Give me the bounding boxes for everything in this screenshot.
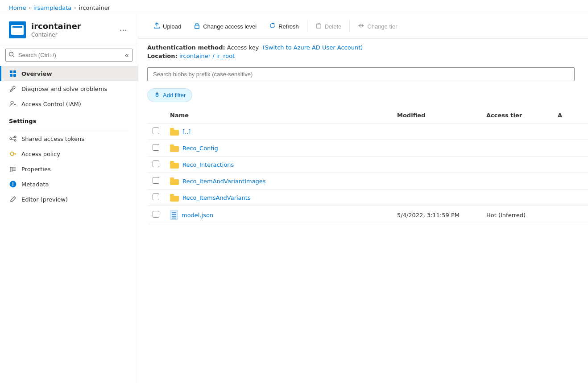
- file-tier: [481, 124, 552, 140]
- table-row: model.json5/4/2022, 3:11:59 PMHot (Infer…: [147, 206, 588, 224]
- table-row: Reco_ItemAndVariantImages: [147, 173, 588, 189]
- change-access-label: Change access level: [203, 23, 257, 30]
- upload-icon: [153, 22, 160, 30]
- change-tier-button[interactable]: Change tier: [352, 19, 403, 34]
- file-tier: [481, 140, 552, 156]
- file-extra: [552, 140, 588, 156]
- table-row: Reco_Interactions: [147, 156, 588, 173]
- svg-point-0: [9, 52, 13, 56]
- file-modified: [392, 173, 481, 189]
- metadata-icon: i: [9, 180, 17, 188]
- file-name[interactable]: Reco_Config: [182, 145, 218, 152]
- file-name[interactable]: Reco_ItemsAndVariants: [182, 194, 251, 201]
- more-button[interactable]: ...: [118, 21, 129, 34]
- sidebar-item-editor[interactable]: Editor (preview): [0, 192, 138, 207]
- folder-icon: [170, 177, 179, 185]
- svg-point-6: [11, 101, 13, 104]
- file-tier: [481, 156, 552, 173]
- toolbar-separator2: [349, 20, 350, 33]
- header-extra: A: [552, 107, 588, 124]
- folder-icon: [170, 194, 179, 202]
- breadcrumb-sep2: ›: [74, 5, 76, 11]
- file-name[interactable]: model.json: [182, 212, 213, 218]
- sidebar-title: ircontainer: [31, 21, 112, 31]
- header-modified: Modified: [392, 107, 481, 124]
- row-checkbox[interactable]: [153, 194, 159, 200]
- access-policy-label: Access policy: [21, 151, 60, 157]
- blob-search-input[interactable]: [147, 67, 575, 81]
- upload-button[interactable]: Upload: [147, 19, 187, 34]
- file-name[interactable]: Reco_ItemAndVariantImages: [182, 178, 266, 185]
- filter-icon: [154, 91, 160, 99]
- upload-label: Upload: [163, 23, 181, 30]
- row-checkbox[interactable]: [153, 144, 159, 151]
- header-tier: Access tier: [481, 107, 552, 124]
- add-filter-button[interactable]: Add filter: [147, 88, 192, 102]
- table-row: Reco_Config: [147, 140, 588, 156]
- change-tier-label: Change tier: [367, 23, 397, 30]
- svg-rect-4: [10, 74, 12, 77]
- row-checkbox[interactable]: [153, 161, 159, 167]
- folder-icon: [170, 161, 179, 169]
- add-filter-label: Add filter: [163, 92, 186, 99]
- svg-point-12: [10, 152, 14, 156]
- sidebar-item-properties[interactable]: Properties: [0, 161, 138, 177]
- sidebar-item-diagnose[interactable]: Diagnose and solve problems: [0, 81, 138, 96]
- folder-icon: [170, 144, 179, 152]
- svg-rect-2: [10, 70, 12, 73]
- delete-icon: [315, 22, 322, 30]
- svg-point-8: [14, 136, 16, 138]
- delete-label: Delete: [325, 23, 342, 30]
- svg-line-11: [12, 139, 14, 140]
- breadcrumb-home[interactable]: Home: [9, 4, 26, 11]
- row-checkbox[interactable]: [153, 177, 159, 184]
- file-name[interactable]: [..]: [182, 128, 190, 135]
- switch-auth-link[interactable]: (Switch to Azure AD User Account): [262, 44, 363, 51]
- file-name[interactable]: Reco_Interactions: [182, 161, 234, 168]
- row-checkbox[interactable]: [153, 211, 159, 218]
- sidebar-item-iam[interactable]: Access Control (IAM): [0, 96, 138, 111]
- breadcrumb-current: ircontainer: [79, 4, 110, 11]
- svg-rect-3: [13, 70, 16, 73]
- search-input[interactable]: [5, 49, 133, 62]
- sidebar-item-overview[interactable]: Overview: [0, 66, 138, 81]
- file-extra: [552, 206, 588, 224]
- sidebar-item-shared-access[interactable]: Shared access tokens: [0, 131, 138, 146]
- overview-icon: [9, 70, 17, 78]
- diagnose-label: Diagnose and solve problems: [21, 86, 107, 92]
- breadcrumb-parent[interactable]: irsampledata: [33, 4, 72, 11]
- svg-line-10: [12, 137, 14, 138]
- header-name: Name: [165, 107, 392, 124]
- svg-rect-5: [13, 74, 16, 77]
- auth-label: Authentication method:: [147, 44, 225, 51]
- file-tier: Hot (Inferred): [481, 206, 552, 224]
- change-access-button[interactable]: Change access level: [187, 19, 263, 34]
- container-icon: [9, 21, 26, 38]
- sidebar-item-metadata[interactable]: i Metadata: [0, 177, 138, 192]
- sidebar-item-access-policy[interactable]: Access policy: [0, 146, 138, 161]
- toolbar-separator1: [307, 20, 307, 33]
- file-extra: [552, 156, 588, 173]
- delete-button[interactable]: Delete: [309, 19, 348, 34]
- iam-label: Access Control (IAM): [21, 101, 81, 107]
- breadcrumb-sep1: ›: [29, 5, 30, 11]
- table-row: [..]: [147, 124, 588, 140]
- metadata-label: Metadata: [21, 181, 49, 188]
- file-extra: [552, 124, 588, 140]
- file-icon: [170, 210, 178, 220]
- collapse-sidebar-button[interactable]: «: [122, 50, 132, 60]
- refresh-label: Refresh: [278, 23, 299, 30]
- svg-rect-24: [317, 24, 321, 28]
- properties-icon: [9, 165, 17, 173]
- svg-line-1: [13, 56, 15, 58]
- refresh-icon: [269, 22, 276, 30]
- svg-text:i: i: [12, 182, 13, 187]
- refresh-button[interactable]: Refresh: [263, 19, 305, 34]
- iam-icon: [9, 100, 17, 108]
- properties-label: Properties: [21, 166, 51, 173]
- table-row: Reco_ItemsAndVariants: [147, 189, 588, 206]
- row-checkbox[interactable]: [153, 128, 159, 134]
- file-extra: [552, 189, 588, 206]
- location-label: Location:: [147, 53, 178, 59]
- search-icon: [8, 51, 15, 59]
